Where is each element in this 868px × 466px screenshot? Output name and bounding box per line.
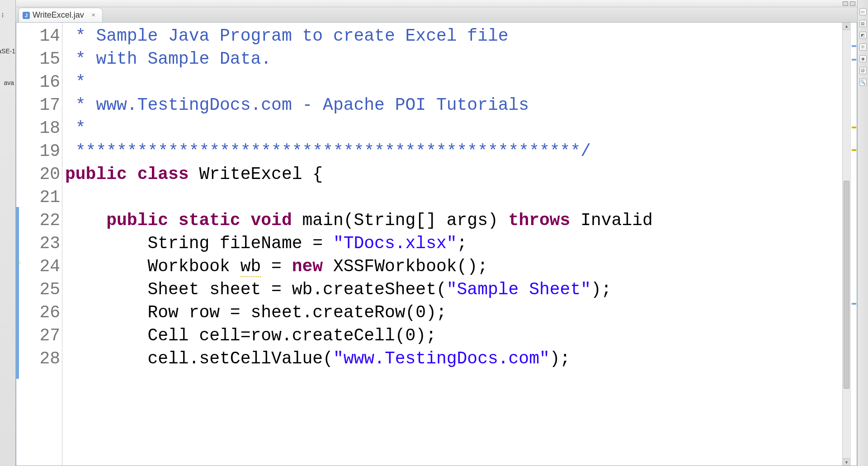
maximize-view-button[interactable] — [850, 1, 855, 6]
left-frag-jre: aSE-1 — [0, 47, 15, 55]
java-file-icon: J — [23, 12, 30, 19]
gutter: ⚠ 141516171819202122232425262728 — [16, 23, 62, 466]
minimize-view-button[interactable] — [843, 1, 848, 6]
close-tab-button[interactable]: × — [90, 12, 97, 19]
code-text-area[interactable]: * Sample Java Program to create Excel fi… — [62, 23, 842, 466]
editor-tab-writeexcel[interactable]: J WriteExcel.jav × — [19, 8, 103, 22]
overview-ruler[interactable] — [850, 23, 857, 466]
change-bar — [16, 207, 19, 379]
right-tool-button-5[interactable]: @ — [859, 67, 867, 74]
scroll-thumb[interactable] — [844, 181, 849, 389]
editor-tab-bar: J WriteExcel.jav × — [16, 7, 857, 23]
left-cropped-panel: ⫶ aSE-1 ava — [0, 0, 16, 466]
app-root: ⫶ aSE-1 ava J WriteExcel.jav × ⚠ 1415161… — [0, 0, 868, 466]
right-toolbar: ▭▤◩⎘◉@🔍 — [857, 0, 868, 466]
change-marker-strip: ⚠ — [16, 23, 21, 466]
overview-mark[interactable] — [852, 127, 856, 128]
left-frag-marker: ⫶ — [1, 11, 4, 19]
tab-label: WriteExcel.jav — [33, 10, 84, 20]
right-tool-button-4[interactable]: ◉ — [859, 55, 867, 62]
left-frag-ext: ava — [4, 79, 14, 86]
warning-marker-icon: ⚠ — [17, 259, 21, 264]
scroll-up-button[interactable]: ▴ — [843, 23, 850, 30]
overview-mark[interactable] — [852, 149, 856, 151]
right-tool-button-3[interactable]: ⎘ — [859, 43, 867, 51]
overview-mark[interactable] — [852, 303, 856, 305]
right-tool-button-1[interactable]: ▤ — [859, 20, 867, 27]
view-toolbar — [16, 0, 857, 7]
editor-column: J WriteExcel.jav × ⚠ 1415161718192021222… — [16, 0, 857, 466]
overview-mark[interactable] — [852, 59, 856, 61]
right-tool-button-0[interactable]: ▭ — [859, 8, 867, 15]
overview-mark[interactable] — [852, 45, 856, 47]
vertical-scrollbar[interactable]: ▴ ▾ — [842, 23, 850, 466]
right-tool-button-2[interactable]: ◩ — [859, 32, 867, 39]
editor-area: ⚠ 141516171819202122232425262728 * Sampl… — [16, 23, 857, 466]
right-tool-button-6[interactable]: 🔍 — [859, 79, 867, 86]
line-numbers: 141516171819202122232425262728 — [16, 24, 62, 370]
scroll-down-button[interactable]: ▾ — [843, 458, 850, 466]
